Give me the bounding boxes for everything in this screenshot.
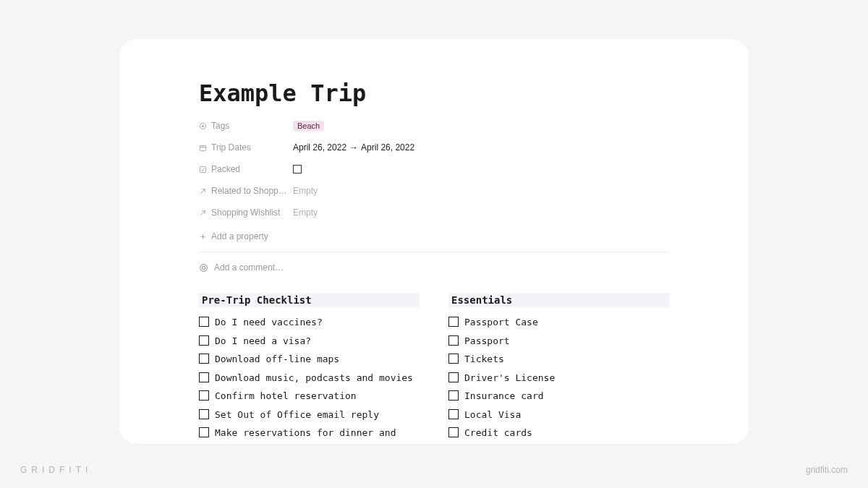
checkbox-icon[interactable] — [199, 335, 209, 346]
watermark-brand: GRIDFITI — [20, 465, 92, 475]
property-value[interactable]: Empty — [293, 207, 318, 218]
page-card: Example Trip Tags Beach Trip Dates April… — [119, 39, 749, 444]
svg-rect-2 — [200, 145, 205, 150]
checkbox-icon[interactable] — [448, 317, 459, 327]
checkbox-icon[interactable] — [199, 354, 209, 364]
checkbox-icon[interactable] — [199, 427, 209, 437]
property-shopping-wishlist[interactable]: Shopping Wishlist Empty — [199, 204, 669, 221]
list-item[interactable]: Credit cards — [448, 424, 669, 442]
checkbox-icon[interactable] — [448, 372, 459, 382]
watermark-url: gridfiti.com — [806, 465, 848, 475]
checkbox-icon — [199, 166, 207, 174]
property-label: Related to Shopp… — [199, 186, 293, 196]
page-title[interactable]: Example Trip — [199, 80, 669, 107]
comment-placeholder: Add a comment… — [214, 262, 284, 273]
svg-point-10 — [202, 266, 205, 269]
property-trip-dates[interactable]: Trip Dates April 26, 2022 → April 26, 20… — [199, 139, 669, 156]
section-heading[interactable]: Essentials — [448, 293, 669, 307]
checkbox-icon[interactable] — [199, 409, 209, 419]
property-value[interactable]: April 26, 2022 → April 26, 2022 — [293, 142, 414, 153]
property-value[interactable] — [293, 165, 302, 174]
list-item[interactable]: Make reservations for dinner and — [199, 424, 420, 442]
column-essentials: Essentials Passport Case Passport Ticket… — [448, 293, 669, 442]
property-value[interactable]: Empty — [293, 186, 318, 196]
checkbox-icon[interactable] — [448, 335, 459, 346]
list-item[interactable]: Download music, podcasts and movies — [199, 369, 420, 388]
svg-point-9 — [200, 264, 208, 271]
list-item[interactable]: Set Out of Office email reply — [199, 406, 420, 424]
calendar-icon — [199, 144, 207, 152]
column-pre-trip: Pre-Trip Checklist Do I need vaccines? D… — [199, 293, 420, 442]
section-heading[interactable]: Pre-Trip Checklist — [199, 293, 420, 307]
checkbox-icon[interactable] — [448, 390, 459, 401]
divider — [199, 252, 669, 252]
property-label: Shopping Wishlist — [199, 207, 293, 218]
list-item[interactable]: Tickets — [448, 350, 669, 369]
properties-section: Tags Beach Trip Dates April 26, 2022 → A… — [199, 117, 669, 221]
checkbox-icon[interactable] — [448, 427, 459, 437]
list-item[interactable]: Insurance card — [448, 387, 669, 406]
checkbox-icon[interactable] — [199, 390, 209, 401]
list-item[interactable]: Do I need vaccines? — [199, 313, 420, 332]
list-item[interactable]: Local Visa — [448, 406, 669, 424]
relation-arrow-icon — [199, 209, 207, 217]
content-columns: Pre-Trip Checklist Do I need vaccines? D… — [199, 293, 669, 442]
property-value[interactable]: Beach — [293, 121, 324, 131]
add-comment-row[interactable]: Add a comment… — [199, 255, 669, 283]
list-item[interactable]: Download off-line maps — [199, 350, 420, 369]
property-label: Tags — [199, 121, 293, 131]
page-content: Example Trip Tags Beach Trip Dates April… — [119, 39, 749, 442]
property-tags[interactable]: Tags Beach — [199, 117, 669, 134]
list-item[interactable]: Passport — [448, 332, 669, 351]
checkbox-icon[interactable] — [448, 409, 459, 419]
tag-pill[interactable]: Beach — [293, 121, 324, 131]
tag-icon — [199, 122, 207, 130]
svg-point-1 — [202, 125, 204, 127]
property-label: Trip Dates — [199, 142, 293, 153]
relation-arrow-icon — [199, 187, 207, 195]
property-related-shopping[interactable]: Related to Shopp… Empty — [199, 182, 669, 200]
checkbox-icon[interactable] — [448, 354, 459, 364]
svg-line-5 — [201, 189, 205, 193]
list-item[interactable]: Do I need a visa? — [199, 332, 420, 351]
list-item[interactable]: Passport Case — [448, 313, 669, 332]
svg-line-6 — [201, 210, 205, 215]
property-label: Packed — [199, 164, 293, 174]
svg-rect-4 — [200, 166, 205, 172]
comment-icon — [199, 263, 208, 273]
checkbox-icon[interactable] — [199, 317, 209, 327]
checkbox-icon[interactable] — [199, 372, 209, 382]
checkbox-unchecked-icon[interactable] — [293, 165, 302, 174]
list-item[interactable]: Driver's License — [448, 369, 669, 388]
list-item[interactable]: Confirm hotel reservation — [199, 387, 420, 406]
plus-icon — [199, 233, 207, 241]
add-property-button[interactable]: Add a property — [199, 227, 669, 249]
property-packed[interactable]: Packed — [199, 160, 669, 178]
